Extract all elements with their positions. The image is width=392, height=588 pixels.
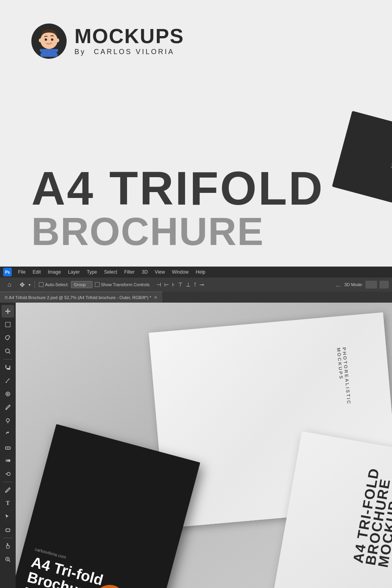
- document-tab[interactable]: © A4 Trifold Brochure 2.psd @ 52,7% (A4 …: [0, 292, 163, 303]
- svg-rect-17: [5, 459, 10, 462]
- brush-icon: [5, 404, 11, 410]
- svg-point-12: [6, 409, 7, 410]
- pen-tool[interactable]: [2, 484, 14, 496]
- path-selection-tool[interactable]: [2, 510, 14, 523]
- menu-filter[interactable]: Filter: [121, 269, 138, 276]
- heading-line1: A4 TRIFOLD: [31, 165, 361, 212]
- brand-title: MOCKUPS: [74, 26, 184, 46]
- 3d-mode-preview: [365, 281, 377, 289]
- ps-menubar: Ps File Edit Image Layer Type Select Fil…: [0, 267, 392, 278]
- lasso-tool[interactable]: [2, 332, 14, 344]
- gradient-tool[interactable]: [2, 454, 14, 467]
- align-center-h-icon[interactable]: ⊢: [163, 280, 170, 289]
- transform-controls-container: Show Transform Controls: [95, 282, 150, 287]
- svg-rect-20: [6, 529, 10, 532]
- zoom-icon: [5, 556, 11, 563]
- menu-select[interactable]: Select: [101, 269, 120, 276]
- history-brush-tool[interactable]: [2, 428, 14, 440]
- brush-tool[interactable]: [2, 401, 14, 414]
- 3d-mode-label: 3D Mode:: [344, 282, 363, 287]
- document-tab-title: © A4 Trifold Brochure 2.psd @ 52,7% (A4 …: [5, 295, 151, 300]
- transform-controls-checkbox[interactable]: [95, 282, 100, 287]
- align-left-icon[interactable]: ⊣: [155, 280, 162, 289]
- zoom-tool[interactable]: [2, 553, 14, 566]
- move-tool[interactable]: [2, 305, 14, 318]
- ps-options-bar: ⌂ ✥ ▾ Auto-Select: Group Show Transform …: [0, 278, 392, 292]
- auto-select-container: Auto-Select:: [39, 282, 69, 287]
- marquee-rect-icon: [5, 321, 11, 328]
- text-tool[interactable]: T: [2, 497, 14, 510]
- auto-select-label: Auto-Select:: [45, 282, 69, 287]
- healing-icon: [5, 391, 11, 397]
- svg-point-4: [39, 38, 42, 42]
- align-center-v-icon[interactable]: ⊥: [185, 280, 192, 289]
- 3d-mode-icon2: [379, 281, 389, 289]
- move-tool-icon[interactable]: ✥: [18, 279, 26, 290]
- tab-close-button[interactable]: ✕: [154, 295, 158, 300]
- align-top-icon[interactable]: ⊤: [177, 280, 184, 289]
- ps-canvas-area: T: [0, 303, 392, 588]
- top-section: MOCKUPS By CARLOS VILORIA carl A4 TRIFOL…: [0, 0, 392, 267]
- align-right-icon[interactable]: ⊦: [171, 280, 176, 289]
- hand-tool[interactable]: [2, 540, 14, 552]
- tool-sep-1: [3, 359, 13, 359]
- svg-rect-6: [5, 322, 10, 327]
- dark-card-top-right: carl: [332, 111, 392, 203]
- separator-1: [34, 281, 35, 289]
- tool-sep-3: [3, 538, 13, 538]
- main-heading: A4 TRIFOLD BROCHURE: [31, 165, 361, 251]
- logo-avatar-icon: [35, 25, 63, 57]
- shape-tool[interactable]: [2, 524, 14, 536]
- photorealistic-label: PHOTOREALISTICMOCKUPS: [336, 347, 352, 406]
- brand-by: By: [74, 48, 86, 56]
- svg-point-18: [7, 472, 10, 475]
- healing-tool[interactable]: [2, 388, 14, 400]
- crop-tool[interactable]: [2, 361, 14, 374]
- shape-icon: [5, 527, 11, 533]
- home-icon[interactable]: ⌂: [3, 278, 16, 291]
- menu-edit[interactable]: Edit: [29, 269, 44, 276]
- brand-header: MOCKUPS By CARLOS VILORIA: [31, 24, 361, 59]
- more-options-icon[interactable]: ...: [334, 280, 342, 289]
- lasso-icon: [5, 335, 11, 341]
- dodge-icon: [5, 471, 11, 477]
- svg-point-13: [6, 419, 9, 422]
- auto-select-checkbox[interactable]: [39, 282, 44, 287]
- eraser-tool[interactable]: [2, 441, 14, 454]
- menu-type[interactable]: Type: [83, 269, 100, 276]
- hand-icon: [5, 543, 11, 549]
- right-brochure-text: A4 TRI-FOLDBROCHUREMOCKUP: [352, 467, 392, 568]
- svg-point-3: [51, 38, 53, 41]
- dodge-tool[interactable]: [2, 468, 14, 480]
- menu-window[interactable]: Window: [169, 269, 192, 276]
- group-dropdown[interactable]: Group: [71, 281, 93, 288]
- pen-icon: [5, 487, 11, 493]
- eraser-icon: [5, 444, 11, 450]
- align-bottom-icon[interactable]: ⊺: [192, 280, 198, 289]
- svg-point-1: [40, 32, 58, 49]
- photoshop-ui: Ps File Edit Image Layer Type Select Fil…: [0, 267, 392, 588]
- history-brush-icon: [5, 431, 11, 437]
- menu-view[interactable]: View: [152, 269, 168, 276]
- ps-tab-bar: © A4 Trifold Brochure 2.psd @ 52,7% (A4 …: [0, 292, 392, 303]
- menu-layer[interactable]: Layer: [65, 269, 83, 276]
- tool-options-dropdown[interactable]: ▾: [29, 283, 31, 287]
- brand-name: CARLOS VILORIA: [94, 48, 174, 56]
- menu-file[interactable]: File: [15, 269, 29, 276]
- svg-line-8: [9, 352, 11, 354]
- brochure-title: A4 Tri-fold Brochure Mockup: [22, 554, 105, 588]
- quick-select-tool[interactable]: [2, 345, 14, 358]
- clone-stamp-tool[interactable]: [2, 414, 14, 427]
- menu-3d[interactable]: 3D: [138, 269, 151, 276]
- menu-help[interactable]: Help: [192, 269, 209, 276]
- distribute-icon[interactable]: ⊸: [198, 280, 205, 289]
- transform-controls-label: Show Transform Controls: [101, 282, 150, 287]
- marquee-rect-tool[interactable]: [2, 318, 14, 331]
- menu-image[interactable]: Image: [45, 269, 64, 276]
- ps-logo: Ps: [3, 268, 12, 276]
- brand-text-container: MOCKUPS By CARLOS VILORIA: [74, 26, 184, 56]
- gradient-icon: [5, 457, 11, 464]
- ps-canvas: PHOTOREALISTICMOCKUPS A4 TRI-FOLDBROCHUR…: [16, 303, 392, 588]
- brand-subtitle: By CARLOS VILORIA: [74, 46, 184, 56]
- eyedropper-tool[interactable]: [2, 374, 14, 387]
